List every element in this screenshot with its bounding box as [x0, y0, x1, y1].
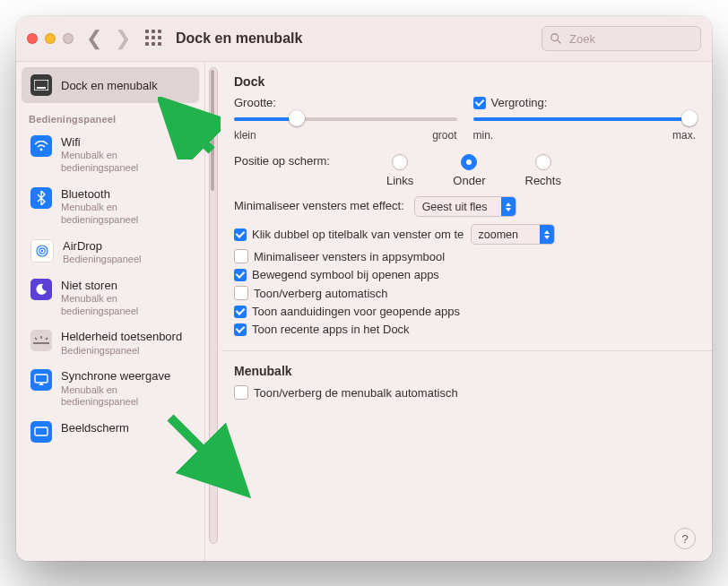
select-arrows-icon	[540, 225, 554, 244]
option-label: Bewegend symbool bij openen apps	[252, 268, 439, 281]
keyboard-brightness-icon	[30, 330, 52, 351]
window-title: Dock en menubalk	[176, 30, 302, 47]
svg-rect-13	[35, 427, 48, 435]
select-value: zoomen	[479, 228, 533, 241]
position-option-right[interactable]: Rechts	[525, 154, 561, 187]
autohide-dock-option[interactable]: Toon/verberg automatisch	[234, 286, 696, 300]
search-field[interactable]	[542, 26, 701, 51]
checkbox-icon	[473, 97, 486, 109]
checkbox-icon	[234, 323, 247, 336]
minimize-window-button[interactable]	[45, 33, 56, 44]
doubleclick-action-select[interactable]: zoomen	[471, 224, 555, 245]
position-option-left[interactable]: Links	[386, 154, 413, 187]
radio-label: Rechts	[525, 174, 561, 187]
mag-min-label: min.	[473, 129, 494, 142]
size-label: Grootte:	[234, 96, 457, 109]
svg-line-9	[35, 338, 37, 340]
sidebar-item-sublabel: Menubalk en bedieningspaneel	[61, 202, 190, 227]
sidebar-item-label: AirDrop	[63, 239, 141, 254]
option-label: Klik dubbel op titelbalk van venster om …	[252, 228, 464, 241]
sidebar-item-sublabel: Menubalk en bedieningspaneel	[61, 150, 190, 175]
sidebar-item-bluetooth[interactable]: Bluetooth Menubalk en bedieningspaneel	[22, 182, 199, 232]
animate-opening-option[interactable]: Bewegend symbool bij openen apps	[234, 268, 696, 281]
section-separator	[221, 350, 712, 351]
svg-rect-12	[35, 375, 48, 383]
sidebar-item-display[interactable]: Beeldscherm	[22, 416, 199, 448]
option-label: Minimaliseer vensters in appsymbool	[254, 250, 445, 263]
show-recent-apps-option[interactable]: Toon recente apps in het Dock	[234, 323, 696, 336]
zoom-window-button[interactable]	[63, 33, 74, 44]
dock-size-slider[interactable]	[234, 109, 457, 127]
sidebar-item-screen-mirroring[interactable]: Synchrone weergave Menubalk en bediening…	[22, 364, 199, 414]
mag-max-label: max.	[672, 129, 696, 142]
minimize-effect-label: Minimaliseer vensters met effect:	[234, 199, 404, 212]
close-window-button[interactable]	[27, 33, 38, 44]
radio-icon	[535, 154, 551, 170]
show-indicators-option[interactable]: Toon aanduidingen voor geopende apps	[234, 305, 696, 318]
show-all-button[interactable]	[145, 30, 163, 47]
sidebar-item-keyboard-brightness[interactable]: Helderheid toetsenbord Bedieningspaneel	[22, 324, 199, 362]
back-button[interactable]: ❮	[86, 29, 102, 48]
sidebar-item-label: Wifi	[61, 135, 190, 150]
checkbox-icon	[234, 269, 247, 281]
checkbox-icon	[234, 228, 247, 241]
option-label: Toon recente apps in het Dock	[252, 323, 410, 336]
magnification-toggle[interactable]: Vergroting:	[473, 96, 697, 109]
minimize-into-app-option[interactable]: Minimaliseer vensters in appsymbool	[234, 249, 696, 263]
titlebar: ❮ ❯ Dock en menubalk	[16, 16, 712, 62]
help-icon: ?	[681, 532, 688, 546]
sidebar-item-label: Helderheid toetsenbord	[61, 330, 182, 344]
display-icon	[30, 421, 52, 443]
position-option-bottom[interactable]: Onder	[453, 154, 485, 187]
svg-rect-2	[34, 80, 48, 90]
svg-point-7	[41, 249, 43, 251]
moon-icon	[30, 279, 52, 300]
svg-point-0	[551, 34, 559, 41]
wifi-icon	[30, 135, 52, 157]
option-label: Toon/verberg automatisch	[254, 287, 388, 300]
sidebar-item-sublabel: Menubalk en bedieningspaneel	[61, 384, 190, 409]
sidebar-group-header: Bedieningspaneel	[16, 105, 204, 128]
radio-label: Onder	[453, 174, 485, 187]
search-input[interactable]	[568, 31, 693, 47]
option-label: Toon/verberg de menubalk automatisch	[254, 386, 458, 400]
svg-line-10	[46, 338, 48, 340]
window-controls	[27, 33, 74, 44]
scrollbar-gutter	[205, 62, 221, 561]
position-label: Positie op scherm:	[234, 154, 368, 168]
sidebar-item-label: Bluetooth	[61, 187, 190, 202]
autohide-menubar-option[interactable]: Toon/verberg de menubalk automatisch	[234, 385, 696, 400]
scroll-thumb[interactable]	[211, 70, 214, 191]
sidebar-item-sublabel: Bedieningspaneel	[61, 345, 182, 358]
forward-button[interactable]: ❯	[115, 29, 131, 48]
nav-arrows: ❮ ❯	[86, 29, 131, 48]
sidebar-item-airdrop[interactable]: AirDrop Bedieningspaneel	[22, 234, 199, 271]
sidebar-item-dock-and-menu-bar[interactable]: Dock en menubalk	[22, 67, 199, 103]
help-button[interactable]: ?	[674, 528, 696, 549]
checkbox-icon	[234, 286, 248, 300]
sidebar-item-sublabel: Menubalk en bedieningspaneel	[61, 293, 190, 318]
dock-section-title: Dock	[234, 74, 696, 89]
sidebar-item-wifi[interactable]: Wifi Menubalk en bedieningspaneel	[22, 130, 199, 180]
radio-icon	[392, 154, 408, 170]
minimize-effect-select[interactable]: Geest uit fles	[414, 196, 516, 217]
sidebar-item-label: Dock en menubalk	[61, 79, 158, 92]
sidebar-item-label: Beeldscherm	[61, 421, 129, 435]
radio-label: Links	[386, 174, 413, 187]
doubleclick-titlebar-option[interactable]: Klik dubbel op titelbalk van venster om …	[234, 224, 696, 245]
checkbox-icon	[234, 385, 248, 400]
svg-point-4	[40, 149, 43, 151]
checkbox-icon	[234, 249, 248, 263]
menubar-section-title: Menubalk	[234, 364, 696, 378]
sidebar-item-label: Synchrone weergave	[61, 369, 190, 383]
screen-mirror-icon	[30, 369, 52, 391]
sidebar-item-label: Niet storen	[61, 279, 190, 293]
select-arrows-icon	[501, 197, 516, 216]
content-scrollbar[interactable]	[209, 67, 218, 544]
search-icon	[550, 32, 562, 45]
size-max-label: groot	[432, 129, 456, 142]
content-pane: Dock Grootte: klein groot	[221, 62, 712, 561]
sidebar[interactable]: Dock en menubalk Bedieningspaneel Wifi M…	[16, 62, 205, 561]
magnification-slider[interactable]	[473, 109, 697, 127]
sidebar-item-do-not-disturb[interactable]: Niet storen Menubalk en bedieningspaneel	[22, 273, 199, 323]
